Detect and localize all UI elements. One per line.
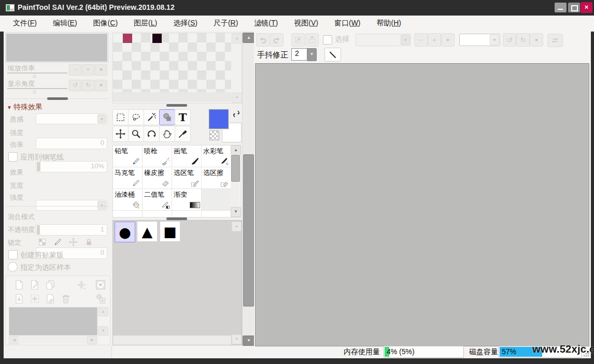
rotate-reset-button[interactable]: ■ [530,33,543,47]
brush-油漆桶[interactable]: 油漆桶 [113,189,143,211]
swap-colors-icon[interactable] [232,110,241,118]
scroll-down-button[interactable]: ▼ [98,326,108,336]
clipping-mask-checkbox[interactable] [8,250,18,259]
scroll-down-button[interactable]: ▼ [243,336,255,346]
tool-hand-button[interactable] [159,126,175,142]
new-pen-layer-icon[interactable] [29,279,40,290]
menu-item-e[interactable]: 编辑(E) [53,19,77,28]
scroll-up-button[interactable]: ▲ [98,307,108,316]
menu-item-r[interactable]: 尺子(R) [214,19,238,28]
brush-渐变[interactable]: 渐变 [172,189,202,211]
transform-selection-button[interactable] [291,33,305,47]
effect-dropdown[interactable]: ▾ [36,200,107,211]
new-layer-icon[interactable] [13,279,25,290]
rotate-cw-button[interactable]: ↻ [516,33,530,47]
apply-pen-checkbox[interactable] [8,152,18,162]
horizontal-scrollbar-track[interactable] [18,336,87,343]
scroll-down-button[interactable]: ▼ [232,334,242,344]
angle-slider[interactable] [7,88,67,89]
rotate-ccw-button[interactable]: ↺ [503,33,516,47]
menu-item-v[interactable]: 视图(V) [294,19,318,28]
zoom-slider-marker[interactable]: △ [33,73,36,78]
tool-eyedropper-button[interactable] [175,126,191,142]
stabilizer-dropdown-arrow[interactable]: ▾ [307,48,317,61]
palette-swatch-1[interactable] [152,34,162,43]
tool-shape-button[interactable] [159,109,175,125]
undo-button[interactable] [256,33,270,47]
panel-splitter-handle[interactable] [47,97,68,100]
brush-shape-triangle[interactable]: ▲ [137,222,157,241]
main-scrollbar[interactable]: ▲ ▼ [243,31,254,346]
scroll-left-button[interactable]: ◀ [9,336,19,344]
brush-shape-square[interactable]: ■ [160,222,180,241]
menu-item-s[interactable]: 选择(S) [173,19,197,28]
zoom-out-button[interactable]: − [414,33,428,47]
swatch-grid[interactable] [113,33,231,92]
special-effects-header[interactable]: ▼特殊效果 [7,103,43,112]
texture-dropdown[interactable]: ▾ [36,113,107,124]
zoom-reset-button[interactable]: ■ [95,64,107,76]
ruler-icon[interactable] [76,279,87,290]
scrollbar-thumb[interactable] [231,155,240,182]
menu-item-l[interactable]: 图层(L) [134,19,157,28]
tool-move-button[interactable] [112,126,129,142]
add-selection-icon[interactable] [29,293,40,304]
zoom-reset-button[interactable]: ■ [441,33,455,47]
tool-rotate-button[interactable] [144,126,160,142]
tool-text-button[interactable]: T [175,109,191,125]
duplicate-layer-icon[interactable] [95,293,106,304]
brush-选区笔[interactable]: 选区笔 [172,167,202,189]
minimize-button[interactable] [555,3,567,12]
lock-pen-icon[interactable] [53,238,62,246]
scroll-up-button[interactable]: ▲ [232,34,242,43]
brush-铅笔[interactable]: 铅笔 [113,145,143,167]
view-dropdown[interactable]: ▾ [459,34,500,46]
lock-opacity-icon[interactable] [38,238,47,246]
canvas[interactable] [255,63,589,346]
move-selection-button[interactable] [305,33,319,47]
panel-splitter-handle[interactable] [166,104,187,107]
scroll-down-button[interactable]: ▼ [231,207,241,217]
brush-水彩笔[interactable]: 水彩笔 [202,145,231,167]
brush-shape-circle[interactable]: ● [115,222,135,242]
lock-all-icon[interactable] [84,238,93,246]
lock-move-icon[interactable] [69,238,78,246]
tool-lasso-button[interactable] [128,109,144,125]
transfer-down-icon[interactable] [13,293,25,304]
zoom-out-button[interactable]: − [69,64,81,76]
brush-选区擦[interactable]: 选区擦 [202,167,231,189]
apply-layer-icon[interactable] [45,293,56,304]
brush-马克笔[interactable]: 马克笔 [113,167,143,189]
redo-button[interactable] [270,33,284,47]
flip-horizontal-button[interactable] [547,34,563,47]
delete-layer-icon[interactable] [60,293,72,304]
tool-zoom-button[interactable] [128,126,144,142]
brush-二值笔[interactable]: 二值笔 [143,189,172,211]
menu-item-t[interactable]: 滤镜(T) [254,19,278,28]
scroll-up-button[interactable]: ▲ [231,145,241,155]
zoom-in-button[interactable]: + [82,64,94,76]
palette-swatch-0[interactable] [123,34,132,43]
zoom-in-button[interactable]: + [428,33,441,47]
menu-item-w[interactable]: 窗口(W) [334,19,361,28]
tool-rect-select-button[interactable] [112,109,129,125]
menu-item-h[interactable]: 帮助(H) [377,19,401,28]
primary-color-swatch[interactable] [209,109,229,129]
scrollbar-thumb[interactable] [243,154,254,307]
rotate-right-button[interactable]: ↻ [82,80,94,91]
angle-reset-button[interactable]: ■ [95,80,107,91]
angle-slider-marker[interactable]: △ [33,89,36,94]
selection-dropdown[interactable]: ▾ [356,34,411,46]
selection-checkbox[interactable] [323,35,332,45]
scroll-right-button[interactable]: ▶ [87,336,97,344]
new-layer-set-icon[interactable] [45,279,56,290]
straight-line-button[interactable] [324,48,341,62]
brush-橡皮擦[interactable]: 橡皮擦 [143,167,172,189]
close-button[interactable]: × [581,2,592,13]
maximize-button[interactable] [568,3,580,12]
strength-input[interactable]: 0 [36,138,107,149]
transparent-color-button[interactable] [209,130,219,140]
brush-画笔[interactable]: 画笔 [172,145,202,167]
layer-list[interactable] [9,307,97,336]
navigator-preview[interactable] [5,33,108,63]
